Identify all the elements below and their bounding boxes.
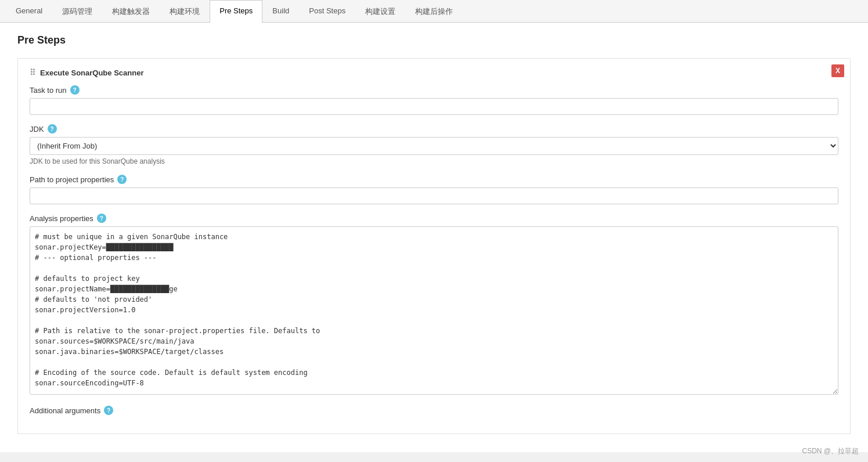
tab-item-构建环境[interactable]: 构建环境	[160, 0, 210, 23]
tab-item-pre-steps[interactable]: Pre Steps	[210, 0, 262, 23]
tab-item-general[interactable]: General	[6, 0, 52, 23]
tab-item-构建设置[interactable]: 构建设置	[355, 0, 405, 23]
drag-handle-icon: ⠿	[30, 68, 35, 77]
tab-bar: General源码管理构建触发器构建环境Pre StepsBuildPost S…	[0, 0, 868, 23]
path-to-properties-help-icon[interactable]: ?	[117, 175, 127, 184]
analysis-properties-help-icon[interactable]: ?	[97, 214, 106, 223]
tab-item-构建触发器[interactable]: 构建触发器	[102, 0, 160, 23]
jdk-hint: JDK to be used for this SonarQube analys…	[30, 157, 838, 165]
analysis-properties-group: Analysis properties ? # must be unique i…	[30, 214, 838, 396]
additional-arguments-group: Additional arguments ?	[30, 406, 838, 415]
watermark: CSDN @、拉菲超	[802, 446, 859, 452]
jdk-help-icon[interactable]: ?	[48, 124, 57, 133]
page-title: Pre Steps	[17, 34, 851, 46]
jdk-select[interactable]: (Inherit From Job)	[30, 137, 838, 155]
section-card: X ⠿ Execute SonarQube Scanner Task to ru…	[17, 58, 851, 434]
close-button[interactable]: X	[831, 64, 844, 77]
additional-arguments-label-row: Additional arguments ?	[30, 406, 838, 415]
task-to-run-label: Task to run	[30, 86, 67, 95]
additional-arguments-help-icon[interactable]: ?	[104, 406, 113, 415]
tab-item-post-steps[interactable]: Post Steps	[299, 0, 355, 23]
tab-item-构建后操作[interactable]: 构建后操作	[405, 0, 463, 23]
analysis-properties-wrapper: # must be unique in a given SonarQube in…	[30, 226, 838, 396]
jdk-label-row: JDK ?	[30, 124, 838, 133]
analysis-properties-label-row: Analysis properties ?	[30, 214, 838, 223]
jdk-label: JDK	[30, 125, 44, 133]
analysis-properties-textarea[interactable]: # must be unique in a given SonarQube in…	[30, 226, 838, 395]
additional-arguments-label: Additional arguments	[30, 406, 100, 415]
jdk-group: JDK ? (Inherit From Job) JDK to be used …	[30, 124, 838, 165]
path-to-properties-label-row: Path to project properties ?	[30, 175, 838, 184]
task-to-run-help-icon[interactable]: ?	[70, 85, 80, 95]
analysis-properties-label: Analysis properties	[30, 214, 93, 223]
tab-item-build[interactable]: Build	[262, 0, 299, 23]
task-to-run-group: Task to run ?	[30, 85, 838, 115]
path-to-properties-input[interactable]	[30, 187, 838, 204]
section-title: Execute SonarQube Scanner	[40, 68, 143, 77]
task-to-run-input[interactable]	[30, 98, 838, 115]
path-to-properties-label: Path to project properties	[30, 175, 114, 184]
tab-item-源码管理[interactable]: 源码管理	[52, 0, 102, 23]
task-to-run-label-row: Task to run ?	[30, 85, 838, 95]
section-header: ⠿ Execute SonarQube Scanner	[30, 68, 838, 77]
main-content: Pre Steps X ⠿ Execute SonarQube Scanner …	[0, 23, 868, 452]
path-to-properties-group: Path to project properties ?	[30, 175, 838, 204]
